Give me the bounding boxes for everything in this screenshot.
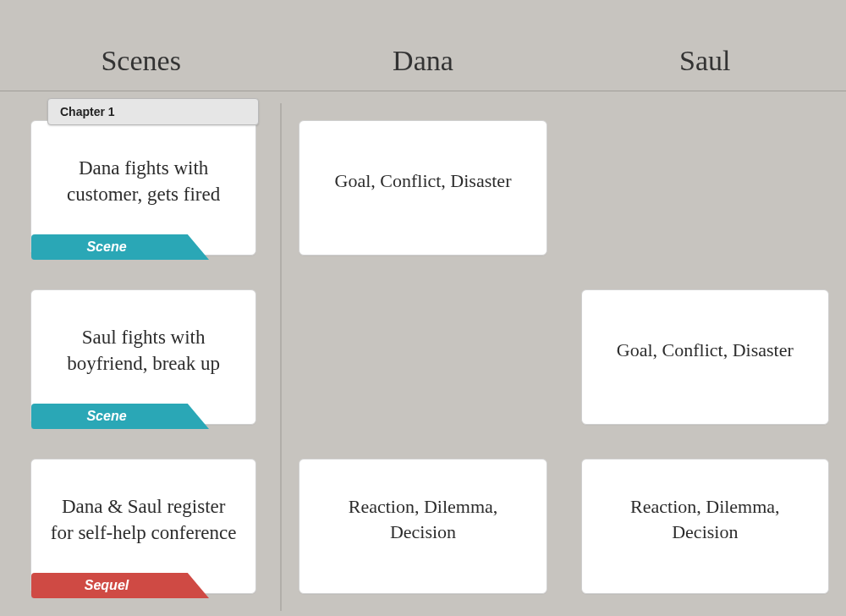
character-card-text: Reaction, Dilemma, Decision	[318, 494, 527, 544]
column-headers: Scenes Dana Saul	[0, 0, 846, 91]
cell-row: Goal, Conflict, Disaster	[299, 103, 547, 272]
cell-row	[581, 103, 829, 272]
scene-row: Chapter 1 Dana fights with customer, get…	[30, 103, 256, 272]
chapter-tag[interactable]: Chapter 1	[47, 98, 259, 125]
character-card[interactable]: Reaction, Dilemma, Decision	[581, 459, 829, 594]
column-saul: Goal, Conflict, Disaster Reaction, Dilem…	[564, 103, 846, 611]
scene-card[interactable]: Dana fights with customer, gets fired Sc…	[30, 120, 256, 256]
status-tag-scene[interactable]: Scene	[31, 234, 209, 260]
cell-row: Goal, Conflict, Disaster	[581, 272, 829, 442]
character-card[interactable]: Reaction, Dilemma, Decision	[299, 459, 547, 594]
cell-row	[299, 272, 547, 442]
column-scenes: Chapter 1 Dana fights with customer, get…	[0, 103, 282, 611]
character-card-text: Goal, Conflict, Disaster	[335, 168, 512, 194]
cell-row: Reaction, Dilemma, Decision	[581, 442, 829, 611]
character-card-text: Goal, Conflict, Disaster	[617, 338, 794, 363]
scene-card-text: Dana fights with customer, gets fired	[50, 155, 237, 207]
scene-card[interactable]: Saul fights with boyfriend, break up Sce…	[30, 289, 256, 425]
board: Chapter 1 Dana fights with customer, get…	[0, 91, 846, 611]
character-card[interactable]: Goal, Conflict, Disaster	[581, 289, 829, 425]
cell-row: Reaction, Dilemma, Decision	[299, 442, 547, 611]
header-scenes: Scenes	[0, 45, 282, 77]
scene-row: Saul fights with boyfriend, break up Sce…	[30, 272, 256, 442]
scene-row: Dana & Saul register for self-help confe…	[30, 442, 256, 611]
status-tag-scene[interactable]: Scene	[31, 404, 209, 429]
column-dana: Goal, Conflict, Disaster Reaction, Dilem…	[282, 103, 563, 611]
scene-card-text: Dana & Saul register for self-help confe…	[50, 493, 237, 546]
header-dana: Dana	[282, 45, 563, 77]
character-card[interactable]: Goal, Conflict, Disaster	[299, 120, 547, 256]
character-card-text: Reaction, Dilemma, Decision	[601, 494, 810, 544]
scene-card[interactable]: Dana & Saul register for self-help confe…	[30, 459, 256, 594]
header-saul: Saul	[564, 45, 846, 77]
scene-card-text: Saul fights with boyfriend, break up	[50, 324, 237, 377]
status-tag-sequel[interactable]: Sequel	[31, 573, 209, 598]
